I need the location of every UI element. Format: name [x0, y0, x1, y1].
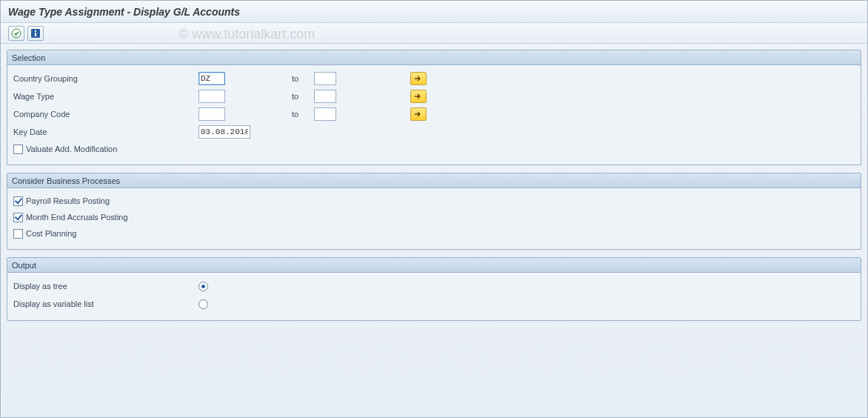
- title-bar: Wage Type Assignment - Display G/L Accou…: [1, 1, 867, 23]
- group-selection: Selection Country Grouping to Wage Type …: [7, 50, 861, 165]
- group-processes-body: Payroll Results Posting Month End Accrua…: [7, 188, 861, 249]
- label-company-code: Company Code: [13, 110, 198, 119]
- label-to-3: to: [292, 110, 314, 119]
- info-icon: [30, 28, 41, 39]
- radio-display-tree[interactable]: [198, 282, 208, 291]
- row-country-grouping: Country Grouping to: [13, 70, 855, 87]
- input-country-grouping-to[interactable]: [314, 72, 336, 85]
- arrow-right-icon: [414, 93, 423, 100]
- group-output-body: Display as tree Display as variable list: [7, 273, 861, 320]
- label-display-list: Display as variable list: [13, 299, 198, 308]
- label-valuate-add-mod: Valuate Add. Modification: [26, 145, 117, 153]
- group-processes: Consider Business Processes Payroll Resu…: [7, 173, 861, 250]
- input-company-code-from[interactable]: [198, 107, 225, 121]
- checkbox-cost[interactable]: [13, 229, 23, 239]
- execute-icon: [11, 28, 21, 39]
- row-wage-type: Wage Type to: [13, 87, 855, 105]
- label-wage-type: Wage Type: [13, 92, 198, 101]
- group-output-header: Output: [7, 258, 861, 273]
- row-payroll: Payroll Results Posting: [13, 193, 855, 209]
- group-processes-header: Consider Business Processes: [7, 173, 861, 188]
- row-display-list: Display as variable list: [13, 295, 855, 313]
- svg-rect-3: [35, 33, 36, 36]
- input-company-code-to[interactable]: [314, 107, 336, 121]
- arrow-right-icon: [414, 110, 423, 118]
- row-key-date: Key Date: [13, 123, 855, 141]
- input-wage-type-from[interactable]: [198, 90, 225, 103]
- label-country-grouping: Country Grouping: [13, 74, 198, 83]
- svg-point-0: [12, 29, 21, 38]
- app-window: Wage Type Assignment - Display G/L Accou…: [0, 0, 868, 418]
- input-wage-type-to[interactable]: [314, 90, 336, 103]
- checkbox-payroll[interactable]: [13, 196, 23, 206]
- group-selection-body: Country Grouping to Wage Type to: [7, 65, 861, 165]
- input-country-grouping-from[interactable]: [198, 72, 225, 85]
- row-display-tree: Display as tree: [13, 277, 855, 295]
- group-selection-header: Selection: [7, 50, 861, 65]
- row-company-code: Company Code to: [13, 105, 855, 123]
- radio-display-list[interactable]: [198, 299, 208, 309]
- row-valuate-add-mod: Valuate Add. Modification: [13, 141, 855, 157]
- row-cost: Cost Planning: [13, 225, 855, 242]
- toolbar: [1, 23, 867, 44]
- label-cost: Cost Planning: [26, 229, 77, 238]
- multiple-selection-country-grouping[interactable]: [410, 72, 427, 85]
- group-output: Output Display as tree Display as variab…: [7, 257, 861, 321]
- checkbox-accruals[interactable]: [13, 213, 23, 222]
- checkbox-valuate-add-mod[interactable]: [13, 145, 23, 154]
- label-key-date: Key Date: [13, 127, 198, 136]
- row-accruals: Month End Accruals Posting: [13, 209, 855, 225]
- label-to-2: to: [292, 92, 314, 101]
- input-key-date[interactable]: [198, 125, 250, 139]
- multiple-selection-wage-type[interactable]: [410, 90, 427, 103]
- label-to-1: to: [292, 74, 314, 83]
- svg-rect-2: [35, 30, 36, 32]
- page-title: Wage Type Assignment - Display G/L Accou…: [8, 6, 240, 18]
- info-button[interactable]: [27, 26, 44, 41]
- arrow-right-icon: [414, 75, 423, 82]
- multiple-selection-company-code[interactable]: [410, 107, 427, 121]
- label-display-tree: Display as tree: [13, 282, 198, 291]
- content-area: Selection Country Grouping to Wage Type …: [1, 44, 867, 334]
- execute-button[interactable]: [8, 26, 24, 41]
- label-accruals: Month End Accruals Posting: [26, 213, 128, 222]
- label-payroll: Payroll Results Posting: [26, 196, 110, 205]
